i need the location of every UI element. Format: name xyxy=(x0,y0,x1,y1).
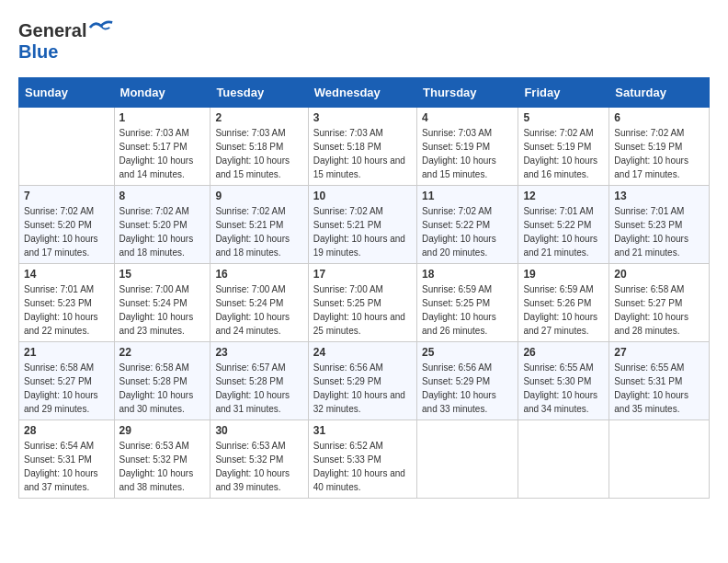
calendar-cell: 30Sunrise: 6:53 AMSunset: 5:32 PMDayligh… xyxy=(210,420,308,499)
day-info: Sunrise: 6:52 AMSunset: 5:33 PMDaylight:… xyxy=(313,439,412,494)
day-info: Sunrise: 7:02 AMSunset: 5:21 PMDaylight:… xyxy=(313,204,412,259)
day-info: Sunrise: 7:02 AMSunset: 5:20 PMDaylight:… xyxy=(119,204,206,259)
calendar-cell: 7Sunrise: 7:02 AMSunset: 5:20 PMDaylight… xyxy=(19,186,115,264)
day-info: Sunrise: 7:00 AMSunset: 5:24 PMDaylight:… xyxy=(119,282,206,338)
calendar-cell xyxy=(609,420,710,499)
calendar-cell: 24Sunrise: 6:56 AMSunset: 5:29 PMDayligh… xyxy=(308,342,416,420)
day-number: 20 xyxy=(614,268,704,281)
day-number: 31 xyxy=(313,424,412,437)
calendar-table: SundayMondayTuesdayWednesdayThursdayFrid… xyxy=(18,77,710,499)
page-header: General Blue xyxy=(18,18,710,63)
day-number: 21 xyxy=(24,346,109,359)
calendar-cell: 13Sunrise: 7:01 AMSunset: 5:23 PMDayligh… xyxy=(609,186,710,264)
day-number: 6 xyxy=(614,111,704,124)
day-info: Sunrise: 6:56 AMSunset: 5:29 PMDaylight:… xyxy=(422,361,513,416)
day-info: Sunrise: 7:03 AMSunset: 5:18 PMDaylight:… xyxy=(313,126,412,181)
header-tuesday: Tuesday xyxy=(210,78,308,108)
week-row-2: 7Sunrise: 7:02 AMSunset: 5:20 PMDaylight… xyxy=(19,186,710,264)
logo-blue: Blue xyxy=(18,41,58,62)
logo-general: General xyxy=(18,20,86,40)
calendar-cell: 12Sunrise: 7:01 AMSunset: 5:22 PMDayligh… xyxy=(518,186,609,264)
day-number: 4 xyxy=(422,111,513,124)
logo-text: General Blue xyxy=(18,18,114,63)
day-info: Sunrise: 6:58 AMSunset: 5:28 PMDaylight:… xyxy=(119,361,206,416)
calendar-cell: 19Sunrise: 6:59 AMSunset: 5:26 PMDayligh… xyxy=(518,264,609,342)
day-info: Sunrise: 6:59 AMSunset: 5:26 PMDaylight:… xyxy=(523,282,604,338)
day-number: 9 xyxy=(215,190,302,202)
calendar-cell: 27Sunrise: 6:55 AMSunset: 5:31 PMDayligh… xyxy=(609,342,710,420)
day-number: 19 xyxy=(523,268,604,281)
day-info: Sunrise: 6:58 AMSunset: 5:27 PMDaylight:… xyxy=(614,282,704,338)
calendar-cell xyxy=(417,420,518,499)
calendar-cell: 28Sunrise: 6:54 AMSunset: 5:31 PMDayligh… xyxy=(19,420,115,499)
day-number: 2 xyxy=(215,111,302,124)
header-sunday: Sunday xyxy=(19,78,115,108)
header-friday: Friday xyxy=(518,78,609,108)
day-info: Sunrise: 6:55 AMSunset: 5:30 PMDaylight:… xyxy=(523,361,604,416)
day-number: 30 xyxy=(215,424,302,437)
day-number: 17 xyxy=(313,268,412,281)
day-number: 11 xyxy=(422,190,513,202)
day-number: 28 xyxy=(24,424,109,437)
day-number: 22 xyxy=(119,346,206,359)
header-wednesday: Wednesday xyxy=(308,78,416,108)
calendar-cell xyxy=(518,420,609,499)
calendar-cell: 3Sunrise: 7:03 AMSunset: 5:18 PMDaylight… xyxy=(308,108,416,186)
day-number: 12 xyxy=(523,190,604,202)
header-monday: Monday xyxy=(114,78,210,108)
calendar-cell: 23Sunrise: 6:57 AMSunset: 5:28 PMDayligh… xyxy=(210,342,308,420)
day-info: Sunrise: 7:01 AMSunset: 5:22 PMDaylight:… xyxy=(523,204,604,259)
day-number: 23 xyxy=(215,346,302,359)
day-number: 26 xyxy=(523,346,604,359)
calendar-cell: 17Sunrise: 7:00 AMSunset: 5:25 PMDayligh… xyxy=(308,264,416,342)
logo: General Blue xyxy=(18,18,114,63)
day-number: 10 xyxy=(313,190,412,202)
calendar-cell: 9Sunrise: 7:02 AMSunset: 5:21 PMDaylight… xyxy=(210,186,308,264)
day-number: 16 xyxy=(215,268,302,281)
calendar-cell: 31Sunrise: 6:52 AMSunset: 5:33 PMDayligh… xyxy=(308,420,416,499)
calendar-cell: 1Sunrise: 7:03 AMSunset: 5:17 PMDaylight… xyxy=(114,108,210,186)
day-number: 3 xyxy=(313,111,412,124)
week-row-1: 1Sunrise: 7:03 AMSunset: 5:17 PMDaylight… xyxy=(19,108,710,186)
week-row-5: 28Sunrise: 6:54 AMSunset: 5:31 PMDayligh… xyxy=(19,420,710,499)
day-number: 29 xyxy=(119,424,206,437)
calendar-cell: 25Sunrise: 6:56 AMSunset: 5:29 PMDayligh… xyxy=(417,342,518,420)
logo-bird-icon xyxy=(88,18,114,37)
calendar-cell: 5Sunrise: 7:02 AMSunset: 5:19 PMDaylight… xyxy=(518,108,609,186)
day-info: Sunrise: 7:02 AMSunset: 5:20 PMDaylight:… xyxy=(24,204,109,259)
day-info: Sunrise: 6:59 AMSunset: 5:25 PMDaylight:… xyxy=(422,282,513,338)
day-info: Sunrise: 7:02 AMSunset: 5:19 PMDaylight:… xyxy=(614,126,704,181)
day-info: Sunrise: 6:53 AMSunset: 5:32 PMDaylight:… xyxy=(215,439,302,494)
calendar-cell: 18Sunrise: 6:59 AMSunset: 5:25 PMDayligh… xyxy=(417,264,518,342)
calendar-cell: 21Sunrise: 6:58 AMSunset: 5:27 PMDayligh… xyxy=(19,342,115,420)
day-info: Sunrise: 6:55 AMSunset: 5:31 PMDaylight:… xyxy=(614,361,704,416)
day-info: Sunrise: 7:02 AMSunset: 5:19 PMDaylight:… xyxy=(523,126,604,181)
calendar-cell: 29Sunrise: 6:53 AMSunset: 5:32 PMDayligh… xyxy=(114,420,210,499)
calendar-cell: 26Sunrise: 6:55 AMSunset: 5:30 PMDayligh… xyxy=(518,342,609,420)
day-info: Sunrise: 7:00 AMSunset: 5:25 PMDaylight:… xyxy=(313,282,412,338)
day-info: Sunrise: 7:01 AMSunset: 5:23 PMDaylight:… xyxy=(614,204,704,259)
day-number: 15 xyxy=(119,268,206,281)
day-number: 25 xyxy=(422,346,513,359)
calendar-cell: 4Sunrise: 7:03 AMSunset: 5:19 PMDaylight… xyxy=(417,108,518,186)
day-info: Sunrise: 6:57 AMSunset: 5:28 PMDaylight:… xyxy=(215,361,302,416)
calendar-cell: 15Sunrise: 7:00 AMSunset: 5:24 PMDayligh… xyxy=(114,264,210,342)
day-number: 5 xyxy=(523,111,604,124)
day-info: Sunrise: 7:01 AMSunset: 5:23 PMDaylight:… xyxy=(24,282,109,338)
day-number: 7 xyxy=(24,190,109,202)
calendar-cell: 16Sunrise: 7:00 AMSunset: 5:24 PMDayligh… xyxy=(210,264,308,342)
day-info: Sunrise: 6:54 AMSunset: 5:31 PMDaylight:… xyxy=(24,439,109,494)
calendar-cell: 2Sunrise: 7:03 AMSunset: 5:18 PMDaylight… xyxy=(210,108,308,186)
day-info: Sunrise: 7:03 AMSunset: 5:17 PMDaylight:… xyxy=(119,126,206,181)
week-row-4: 21Sunrise: 6:58 AMSunset: 5:27 PMDayligh… xyxy=(19,342,710,420)
day-number: 14 xyxy=(24,268,109,281)
day-info: Sunrise: 7:03 AMSunset: 5:18 PMDaylight:… xyxy=(215,126,302,181)
calendar-cell xyxy=(19,108,115,186)
calendar-cell: 20Sunrise: 6:58 AMSunset: 5:27 PMDayligh… xyxy=(609,264,710,342)
day-info: Sunrise: 7:02 AMSunset: 5:21 PMDaylight:… xyxy=(215,204,302,259)
day-number: 24 xyxy=(313,346,412,359)
header-saturday: Saturday xyxy=(609,78,710,108)
calendar-body: 1Sunrise: 7:03 AMSunset: 5:17 PMDaylight… xyxy=(19,108,710,499)
day-number: 8 xyxy=(119,190,206,202)
calendar-cell: 22Sunrise: 6:58 AMSunset: 5:28 PMDayligh… xyxy=(114,342,210,420)
